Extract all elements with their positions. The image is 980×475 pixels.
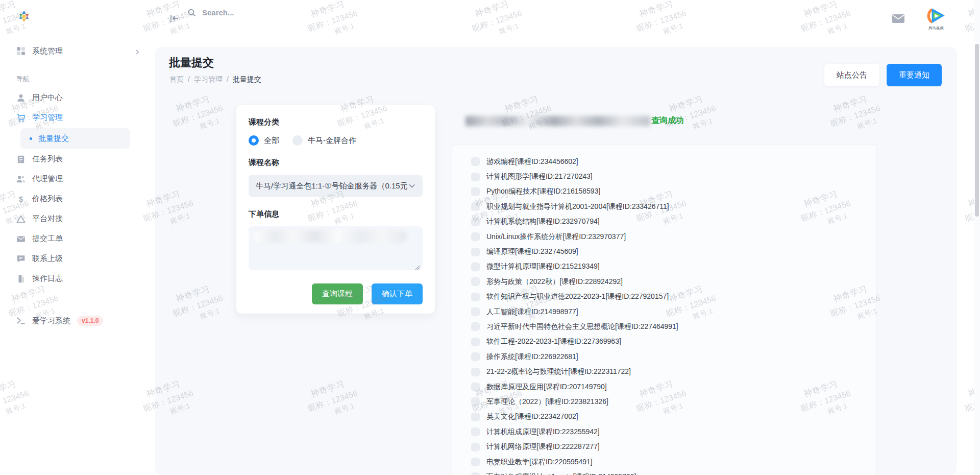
sidebar-item-8[interactable]: 操作日志 [0, 269, 151, 289]
sidebar-item-4[interactable]: $价格列表 [0, 189, 151, 209]
user-icon [16, 93, 26, 103]
course-select-value: 牛马/学习通全包1:1-①号铂金服务器（0.15元 [256, 181, 408, 191]
course-checkbox[interactable] [471, 187, 480, 196]
site-notice-button[interactable]: 站点公告 [824, 64, 879, 86]
sidebar-item-label: 联系上级 [32, 254, 140, 264]
course-label: 计算机系统结构[课程ID:232970794] [486, 217, 600, 226]
sidebar-item-7[interactable]: 联系上级 [0, 249, 151, 269]
query-success-label: 查询成功 [651, 115, 684, 126]
breadcrumb-item-0[interactable]: 首页 [169, 75, 184, 84]
confirm-order-button[interactable]: 确认下单 [372, 283, 423, 304]
radio-label: 全部 [264, 136, 279, 146]
important-notice-button[interactable]: 重要通知 [887, 64, 942, 86]
course-checkbox[interactable] [471, 157, 480, 166]
search-input[interactable] [202, 8, 314, 17]
course-label: 习近平新时代中国特色社会主义思想概论[课程ID:227464991] [486, 322, 678, 331]
course-label: 21-22-2概率论与数理统计[课程ID:222311722] [486, 367, 631, 376]
course-checkbox[interactable] [471, 472, 480, 475]
scrollbar-thumb[interactable] [975, 44, 979, 217]
course-checkbox[interactable] [471, 368, 480, 376]
breadcrumb-item-2: 批量提交 [233, 75, 261, 84]
sidebar: 系统管理 导航 用户中心学习管理批量提交任务列表代理管理$价格列表平台对接提交工… [0, 0, 151, 475]
course-checkbox[interactable] [471, 263, 480, 271]
course-label: 软件知识产权与职业道德2022-2023-1[课程ID:227920157] [486, 292, 669, 301]
system-name-label: 爱学习系统 [32, 316, 70, 326]
course-checkbox[interactable] [471, 383, 480, 391]
sidebar-item-label: 任务列表 [32, 154, 140, 164]
sidebar-item-system-admin[interactable]: 系统管理 [0, 41, 151, 61]
course-checkbox[interactable] [471, 413, 480, 421]
course-label: 编译原理[课程ID:232745609] [486, 247, 578, 256]
course-list: 游戏编程[课程ID:234456602]计算机图形学[课程ID:21727024… [452, 144, 877, 475]
course-checkbox[interactable] [471, 322, 480, 331]
sidebar-item-system-version[interactable]: 爱学习系统 v1.1.0 [0, 311, 151, 331]
course-checkbox[interactable] [471, 307, 480, 316]
avatar[interactable]: 腾讯视频 [924, 5, 948, 31]
course-label: 军事理论（2022）[课程ID:223821326] [486, 397, 608, 407]
course-checkbox[interactable] [471, 232, 480, 241]
course-checkbox[interactable] [471, 248, 480, 256]
sidebar-item-label: 价格列表 [32, 194, 140, 204]
search-bar [187, 8, 314, 17]
sidebar-item-0[interactable]: 用户中心 [0, 88, 151, 108]
breadcrumb-item-1[interactable]: 学习管理 [194, 75, 223, 84]
sidebar-subitem-label: 批量提交 [38, 134, 69, 144]
page-scrollbar [974, 0, 980, 475]
course-checkbox[interactable] [471, 338, 480, 346]
course-row-9: 软件知识产权与职业道德2022-2023-1[课程ID:227920157] [471, 290, 876, 304]
log-icon [16, 274, 26, 283]
category-radio-0[interactable]: 全部 [249, 135, 279, 146]
order-info-textarea[interactable] [249, 226, 423, 270]
contact-icon [16, 254, 26, 264]
course-select[interactable]: 牛马/学习通全包1:1-①号铂金服务器（0.15元 [249, 175, 423, 197]
course-checkbox[interactable] [471, 397, 480, 406]
course-row-1: 计算机图形学[课程ID:217270243] [471, 169, 876, 184]
category-radio-1[interactable]: 牛马-金牌合作 [292, 135, 356, 146]
course-row-16: 军事理论（2022）[课程ID:223821326] [471, 394, 876, 409]
course-row-2: Python编程技术[课程ID:216158593] [471, 184, 876, 199]
sidebar-subitem-批量提交[interactable]: 批量提交 [20, 128, 130, 149]
bullet-dot-icon [30, 137, 32, 140]
course-label: 游戏编程[课程ID:234456602] [486, 157, 578, 167]
course-checkbox[interactable] [471, 293, 480, 301]
course-row-10: 人工智能[课程ID:214998977] [471, 304, 876, 319]
course-checkbox[interactable] [471, 202, 480, 211]
course-checkbox[interactable] [471, 443, 480, 452]
course-checkbox[interactable] [471, 428, 480, 436]
tasks-icon [16, 155, 26, 164]
course-row-14: 21-22-2概率论与数理统计[课程ID:222311722] [471, 364, 876, 379]
redacted-status-text [465, 116, 650, 126]
breadcrumb-separator: / [227, 75, 229, 84]
course-checkbox[interactable] [471, 173, 480, 181]
app-logo-icon[interactable] [16, 9, 32, 24]
course-name-label: 课程名称 [249, 158, 423, 168]
course-label: Python编程技术[课程ID:216158593] [486, 187, 600, 196]
order-form-card: 课程分类 全部牛马-金牌合作 课程名称 牛马/学习通全包1:1-①号铂金服务器（… [236, 105, 435, 314]
sidebar-item-1[interactable]: 学习管理 [0, 108, 151, 128]
platform-icon [16, 215, 26, 224]
course-checkbox[interactable] [471, 218, 480, 226]
collapse-sidebar-icon[interactable] [169, 13, 180, 23]
course-checkbox[interactable] [471, 458, 480, 466]
resize-handle-icon[interactable] [415, 263, 420, 268]
terminal-icon [16, 316, 26, 325]
ticket-icon [16, 234, 26, 244]
grid-icon [16, 46, 26, 56]
radio-label: 牛马-金牌合作 [308, 136, 356, 146]
mail-icon[interactable] [892, 14, 904, 23]
course-row-15: 数据库原理及应用[课程ID:207149790] [471, 379, 876, 394]
sidebar-item-2[interactable]: 任务列表 [0, 149, 151, 169]
sidebar-item-6[interactable]: 提交工单 [0, 229, 151, 249]
query-courses-button[interactable]: 查询课程 [312, 283, 363, 304]
course-checkbox[interactable] [471, 277, 480, 286]
course-label: 操作系统[课程ID:226922681] [486, 352, 578, 362]
chevron-down-icon [408, 182, 415, 189]
sidebar-item-3[interactable]: 代理管理 [0, 169, 151, 189]
radio-circle-icon [292, 135, 303, 146]
course-label: 计算机组成原理[课程ID:223255942] [486, 428, 600, 437]
chevron-right-icon [134, 48, 140, 54]
course-checkbox[interactable] [471, 352, 480, 361]
breadcrumb-separator: / [188, 75, 190, 84]
sidebar-item-5[interactable]: 平台对接 [0, 209, 151, 229]
sidebar-item-label: 用户中心 [32, 93, 140, 103]
